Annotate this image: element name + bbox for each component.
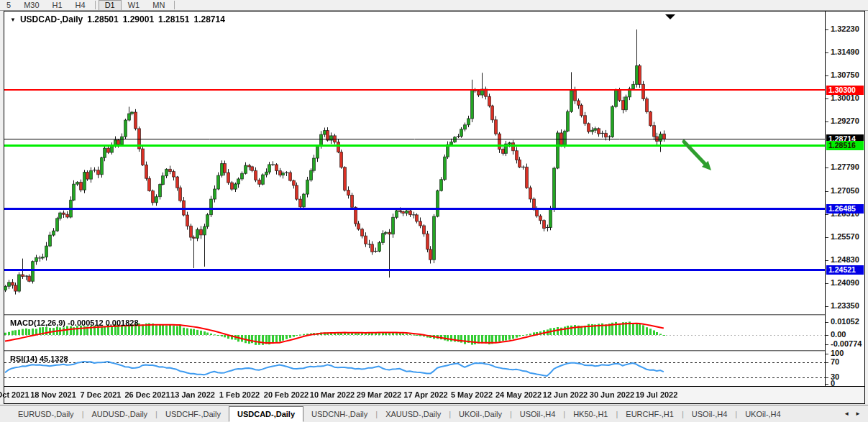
toolbar-separator	[174, 1, 175, 9]
rsi-label: RSI(14) 45.1328	[10, 354, 68, 363]
date-tick-label: 31 Oct 2021	[0, 390, 29, 399]
chart-tab-ukoil-h4-11[interactable]: UKOil-,H4	[737, 405, 789, 422]
axis-tick-mark	[826, 354, 828, 354]
toolbar-separator	[95, 1, 96, 9]
symbol-title: ▼ USDCAD-,Daily 1.28501 1.29001 1.28151 …	[10, 14, 225, 24]
price-tick-label: 1.27790	[831, 162, 859, 171]
rsi-canvas[interactable]	[4, 352, 825, 386]
timeframe-button-mn[interactable]: MN	[146, 1, 171, 10]
axis-tick-mark	[826, 322, 828, 323]
date-tick-label: 10 Mar 2022	[310, 390, 355, 399]
macd-tick-label: 0.00	[831, 330, 846, 339]
date-tick-label: 7 Dec 2021	[81, 390, 122, 399]
timeframe-button-h1[interactable]: H1	[46, 1, 69, 10]
ohlc-high: 1.29001	[123, 14, 154, 24]
price-tick-label: 1.32230	[831, 24, 859, 33]
price-tick-label: 1.27050	[831, 186, 859, 195]
date-tick-label: 17 Apr 2022	[403, 390, 447, 399]
macd-label: MACD(12,26,9) -0.000512 0.001828	[10, 318, 139, 327]
date-tick-label: 30 Jun 2022	[590, 390, 634, 399]
axis-tick-mark	[826, 29, 828, 30]
date-tick-label: 26 Dec 2021	[125, 390, 170, 399]
macd-tick-label: -0.00774	[831, 339, 862, 348]
main-chart-canvas[interactable]	[4, 12, 825, 314]
chart-tab-hk50-h1-8[interactable]: HK50-,H1	[565, 405, 616, 422]
chart-tab-ukoil-daily-6[interactable]: UKOil-,Daily	[451, 405, 510, 422]
axis-tick-mark	[826, 214, 828, 215]
chart-tab-audusd-daily-1[interactable]: AUDUSD-,Daily	[83, 405, 155, 422]
chart-tabs-bar: EURUSD-,Daily|AUDUSD-,Daily|USDCHF-,Dail…	[0, 405, 868, 422]
chart-frame: ▼ USDCAD-,Daily 1.28501 1.29001 1.28151 …	[4, 11, 865, 404]
date-tick-label: 13 Jan 2022	[170, 390, 215, 399]
chart-tab-xauusd-daily-5[interactable]: XAUUSD-,Daily	[378, 405, 449, 422]
price-line-badge: 1.24521	[826, 265, 864, 275]
date-tick-label: 12 Jun 2022	[543, 390, 588, 399]
timeframe-button-5[interactable]: 5	[0, 1, 17, 10]
price-tick-label: 1.24830	[831, 255, 859, 264]
axis-tick-mark	[826, 237, 828, 238]
tab-scroll-controls: ◄ ►	[844, 405, 868, 422]
timeframe-button-w1[interactable]: W1	[122, 1, 147, 10]
date-tick-label: 19 Jul 2022	[636, 390, 678, 399]
axis-tick-mark	[826, 168, 828, 168]
timeframe-toolbar: 5M30H1H4D1W1MN	[0, 0, 868, 11]
tab-scroll-right-icon[interactable]: ►	[855, 410, 861, 417]
axis-tick-mark	[826, 344, 828, 345]
price-line-badge: 1.30300	[826, 86, 864, 95]
rsi-tick-label: 70	[831, 357, 839, 366]
chart-tab-usoil-h4-10[interactable]: USOil-,H4	[684, 405, 736, 422]
date-tick-label: 24 May 2022	[495, 390, 542, 399]
axis-tick-mark	[826, 52, 828, 53]
price-tick-label: 1.30750	[831, 70, 859, 79]
timeframe-button-m30[interactable]: M30	[17, 1, 45, 10]
axis-tick-mark	[826, 75, 828, 76]
price-line-badge: 1.26485	[826, 204, 864, 214]
date-tick-label: 5 May 2022	[451, 390, 493, 399]
timeframe-button-h4[interactable]: H4	[69, 1, 92, 10]
axis-tick-mark	[826, 362, 828, 363]
chart-tab-usoil-h4-7[interactable]: USOil-,H4	[512, 405, 564, 422]
axis-tick-mark	[826, 335, 828, 336]
macd-tick-label: 0.01052	[831, 317, 859, 326]
price-tick-label: 1.24090	[831, 278, 859, 287]
price-line-badge: 1.28516	[826, 141, 864, 150]
timeframe-button-d1[interactable]: D1	[99, 0, 122, 11]
axis-tick-mark	[826, 306, 828, 307]
axis-tick-mark	[826, 283, 828, 284]
ohlc-open: 1.28501	[87, 14, 118, 24]
chart-tab-usdchf-daily-2[interactable]: USDCHF-,Daily	[157, 405, 229, 422]
date-tick-label: 1 Feb 2022	[219, 390, 260, 399]
tab-scroll-left-icon[interactable]: ◄	[844, 410, 849, 417]
date-tick-label: 20 Feb 2022	[264, 390, 309, 399]
price-tick-label: 1.31490	[831, 47, 859, 56]
date-tick-label: 18 Nov 2021	[30, 390, 76, 399]
axis-tick-mark	[826, 191, 828, 192]
axis-tick-mark	[826, 377, 828, 378]
axis-tick-mark	[826, 260, 828, 261]
axis-tick-mark	[826, 121, 828, 122]
ohlc-close: 1.28714	[193, 14, 224, 24]
mt4-chart-window: 5M30H1H4D1W1MN ▼ USDCAD-,Daily 1.28501 1…	[0, 0, 868, 422]
rsi-tick-label: 100	[831, 349, 844, 357]
date-tick-label: 29 Mar 2022	[357, 390, 401, 399]
chart-tab-usdcad-daily-3[interactable]: USDCAD-,Daily	[229, 406, 303, 422]
chart-tab-eurusd-daily-0[interactable]: EURUSD-,Daily	[10, 405, 82, 422]
chart-tab-eurchf-h1-9[interactable]: EURCHF-,H1	[618, 405, 682, 422]
ohlc-low: 1.28151	[158, 14, 189, 24]
axis-tick-mark	[826, 384, 828, 385]
price-tick-label: 1.29270	[831, 116, 859, 125]
price-tick-label: 1.25570	[831, 232, 859, 241]
chart-dropdown-icon: ▼	[10, 17, 16, 23]
time-axis: 31 Oct 202118 Nov 20217 Dec 202126 Dec 2…	[4, 386, 864, 403]
price-axis: 1.322301.314901.307501.300101.292701.277…	[825, 12, 864, 386]
axis-tick-mark	[826, 98, 828, 99]
price-tick-label: 1.23350	[831, 301, 859, 310]
chart-tabs: EURUSD-,Daily|AUDUSD-,Daily|USDCHF-,Dail…	[0, 405, 789, 422]
symbol-label: USDCAD-,Daily	[20, 14, 83, 24]
chart-tab-usdcnh-daily-4[interactable]: USDCNH-,Daily	[303, 405, 375, 422]
